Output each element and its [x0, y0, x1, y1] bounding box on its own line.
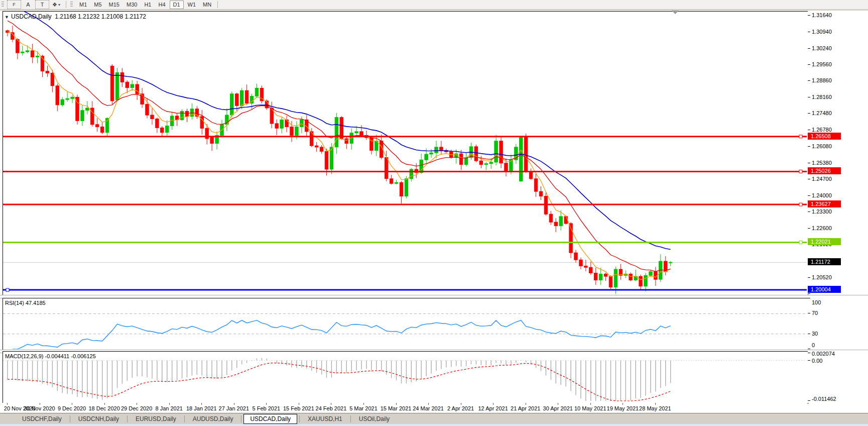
candle-body: [280, 120, 283, 128]
candle-body: [210, 137, 213, 143]
candle-body: [395, 182, 398, 183]
date-tick-mark: [493, 403, 493, 405]
chart-tab-audusd[interactable]: AUDUSD,Daily: [187, 414, 239, 423]
tab-separator: [127, 415, 128, 422]
candle-body: [529, 172, 532, 179]
candle-body: [390, 179, 393, 183]
price-tick-mark: [808, 293, 810, 294]
macd-indicator-panel[interactable]: MACD(12,26,9) -0.004411 -0.006125: [3, 351, 808, 404]
candle-body: [46, 71, 49, 73]
price-marker-1.22021: 1.22021: [808, 238, 841, 245]
chart-tab-usdcad[interactable]: USDCAD,Daily: [243, 414, 297, 424]
macd-tick-label: -0.011462: [812, 396, 836, 402]
candle-body: [166, 126, 169, 133]
period-button-d1[interactable]: D1: [170, 1, 184, 9]
main-chart-panel[interactable]: [3, 11, 808, 295]
chart-tab-eurusd[interactable]: EURUSD,Daily: [130, 414, 182, 423]
date-tick-label: 9 Dec 2020: [58, 405, 86, 411]
text-label-tool-icon[interactable]: T: [35, 0, 49, 9]
price-tick-mark: [808, 130, 810, 130]
candle-body: [410, 169, 413, 179]
rsi-indicator-panel[interactable]: RSI(14) 47.4185: [3, 298, 808, 351]
macd-tick-mark: [808, 353, 810, 353]
chart-shift-marker-icon[interactable]: [672, 11, 679, 14]
candle-body: [479, 161, 482, 165]
price-marker-1.21172: 1.21172: [808, 258, 841, 265]
price-tick-mark: [808, 179, 810, 179]
candle-body: [525, 137, 528, 172]
chart-window: ▼USDCAD,Daily 1.21168 1.21232 1.21008 1.…: [0, 11, 868, 413]
date-tick-mark: [104, 403, 105, 405]
price-tick-mark: [808, 195, 810, 196]
chart-tab-usoil[interactable]: USOil,Daily: [353, 414, 396, 423]
date-tick-mark: [363, 403, 364, 405]
price-tick-label: 1.29560: [812, 61, 832, 67]
candle-body: [285, 120, 288, 127]
tab-separator: [70, 415, 70, 422]
top-toolbar: FAT❖▾ M1M5M15M30H1H4D1W1MN: [0, 0, 868, 10]
macd-canvas[interactable]: [3, 352, 807, 402]
toolbar-drag-handle[interactable]: [70, 2, 73, 8]
candle-body: [151, 115, 154, 119]
candle-body: [584, 266, 587, 267]
candle-body: [604, 274, 607, 276]
date-tick-label: 2 Apr 2021: [447, 405, 474, 411]
rsi-tick-label: 30: [812, 331, 818, 337]
hline-handle[interactable]: [6, 288, 9, 291]
rsi-canvas[interactable]: [3, 298, 807, 349]
hline-handle[interactable]: [799, 241, 802, 244]
collapse-triangle-icon[interactable]: ▼: [5, 15, 9, 20]
date-tick-mark: [396, 403, 397, 405]
rsi-tick-mark: [808, 298, 810, 298]
price-tick-mark: [808, 113, 810, 114]
candle-body: [400, 182, 403, 196]
dropdown-caret-icon[interactable]: ▾: [58, 3, 60, 7]
candle-body: [405, 179, 408, 196]
candle-body: [51, 73, 54, 86]
hline-handle[interactable]: [799, 135, 802, 138]
toolbar-drag-handle[interactable]: [2, 2, 4, 8]
candle-body: [180, 112, 183, 120]
price-tick-label: 1.28160: [812, 94, 832, 100]
arrows-tool-icon[interactable]: ❖▾: [49, 1, 63, 9]
text-tool-icon[interactable]: A: [21, 1, 35, 9]
rsi-line[interactable]: [13, 320, 671, 349]
date-tick-mark: [428, 403, 429, 405]
chart-tab-xauusd[interactable]: XAUUSD,H1: [302, 414, 348, 423]
price-tick-label: 1.26080: [812, 143, 832, 149]
candle-body: [484, 164, 487, 165]
date-tick-mark: [461, 403, 461, 405]
candle-body: [235, 94, 238, 106]
price-tick-mark: [808, 146, 810, 147]
fibonacci-tool-icon[interactable]: F: [7, 0, 21, 9]
period-button-w1[interactable]: W1: [185, 1, 199, 9]
candle-body: [156, 119, 159, 128]
chart-tab-usdchf[interactable]: USDCHF,Daily: [16, 414, 68, 423]
date-tick-mark: [169, 403, 170, 405]
candle-body: [574, 253, 577, 260]
date-tick-mark: [234, 403, 234, 405]
candle-body: [459, 154, 462, 165]
period-button-m1[interactable]: M1: [76, 1, 90, 9]
hline-handle[interactable]: [799, 170, 802, 173]
period-button-m5[interactable]: M5: [91, 1, 104, 9]
toolbar-separator: [217, 1, 218, 8]
date-tick-mark: [623, 403, 623, 405]
timeframe-toolbar: M1M5M15M30H1H4D1W1MN: [76, 1, 215, 9]
period-button-h4[interactable]: H4: [155, 1, 168, 9]
hline-handle[interactable]: [799, 203, 802, 206]
candle-body: [126, 82, 129, 87]
price-tick-mark: [808, 48, 810, 49]
chart-tab-usdcnh[interactable]: USDCNH,Daily: [72, 414, 125, 423]
period-button-m30[interactable]: M30: [123, 1, 140, 9]
candle-body: [554, 222, 557, 226]
candle-body: [385, 158, 388, 179]
period-button-m15[interactable]: M15: [106, 1, 122, 9]
date-tick-label: 10 May 2021: [574, 405, 606, 411]
rsi-tick-mark: [808, 334, 810, 334]
candlestick-canvas[interactable]: [3, 12, 807, 294]
tab-separator: [299, 415, 300, 422]
period-button-h1[interactable]: H1: [141, 1, 154, 9]
candle-body: [56, 86, 59, 105]
period-button-mn[interactable]: MN: [200, 1, 214, 9]
